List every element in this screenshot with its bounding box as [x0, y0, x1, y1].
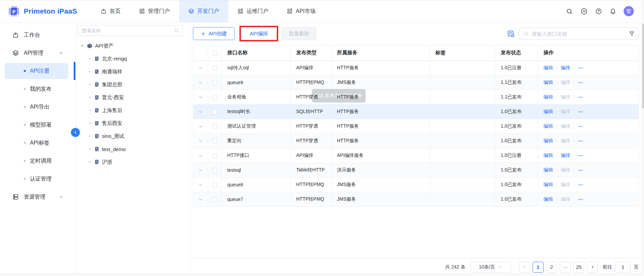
row-expand-icon[interactable] — [198, 95, 203, 100]
tree-search-input[interactable] — [82, 28, 171, 33]
row-expand-icon[interactable] — [198, 182, 203, 187]
triangle-right-icon[interactable] — [88, 109, 92, 112]
tree-node[interactable]: 南通瑞祥 — [76, 65, 190, 78]
orchestrate-link[interactable]: 编排 — [561, 167, 570, 173]
row-expand-icon[interactable] — [198, 66, 203, 71]
more-actions-icon[interactable] — [578, 95, 583, 100]
sidebar-group-resource-management[interactable]: 资源管理 — [0, 189, 76, 205]
edit-link[interactable]: 编辑 — [543, 182, 553, 188]
edit-link[interactable]: 编辑 — [543, 79, 553, 86]
batch-delete-button[interactable]: 批量删除 — [282, 27, 316, 40]
api-orchestrate-button[interactable]: API编排 — [241, 27, 277, 40]
next-page-button[interactable] — [587, 262, 598, 273]
row-checkbox[interactable] — [212, 66, 217, 71]
page-number-button[interactable]: ··· — [560, 262, 571, 273]
row-expand-icon[interactable] — [198, 153, 203, 158]
orchestrate-link[interactable]: 编排 — [561, 94, 570, 100]
orchestrate-link[interactable]: 编排 — [561, 109, 570, 115]
orchestrate-link[interactable]: 编排 — [561, 152, 570, 159]
row-checkbox[interactable] — [212, 182, 217, 187]
edit-link[interactable]: 编辑 — [543, 196, 553, 202]
row-expand-icon[interactable] — [198, 197, 203, 202]
api-search-input[interactable] — [532, 31, 626, 37]
row-checkbox[interactable] — [212, 109, 217, 114]
row-expand-icon[interactable] — [198, 80, 203, 85]
row-expand-icon[interactable] — [198, 109, 203, 114]
nav-item-admin-portal[interactable]: 管理门户 — [130, 0, 179, 22]
tree-node[interactable]: 上海售后 — [76, 104, 190, 117]
tree-node[interactable]: 沪浙 — [76, 155, 190, 168]
orchestrate-link[interactable]: 编排 — [561, 123, 570, 129]
search-icon[interactable] — [566, 8, 573, 15]
row-checkbox[interactable] — [212, 153, 217, 158]
sidebar-item-scheduled-call[interactable]: 定时调用 — [5, 153, 68, 169]
row-checkbox[interactable] — [212, 197, 217, 202]
row-expand-icon[interactable] — [198, 124, 203, 129]
triangle-right-icon[interactable] — [88, 83, 92, 86]
tree-node[interactable]: 集团总部 — [76, 78, 190, 91]
edit-link[interactable]: 编辑 — [543, 109, 553, 115]
triangle-right-icon[interactable] — [88, 57, 92, 60]
select-all-checkbox[interactable] — [212, 51, 217, 56]
page-number-button[interactable]: 1 — [533, 262, 543, 273]
triangle-right-icon[interactable] — [88, 122, 92, 125]
more-actions-icon[interactable] — [578, 168, 583, 173]
more-actions-icon[interactable] — [578, 66, 583, 71]
more-actions-icon[interactable] — [578, 80, 583, 85]
nav-item-ops-portal[interactable]: 运维门户 — [228, 0, 278, 22]
orchestrate-link[interactable]: 编排 — [561, 65, 570, 71]
api-create-button[interactable]: API创建 — [193, 27, 235, 40]
sidebar-item-my-publish[interactable]: 我的发布 — [5, 81, 68, 97]
prev-page-button[interactable] — [519, 262, 530, 273]
ai-assistant-icon[interactable] — [580, 7, 588, 15]
more-actions-icon[interactable] — [578, 182, 583, 187]
tree-node[interactable]: 售后西安 — [76, 117, 190, 130]
edit-link[interactable]: 编辑 — [543, 65, 553, 71]
orchestrate-link[interactable]: 编排 — [561, 196, 570, 202]
row-checkbox[interactable] — [212, 139, 217, 144]
more-actions-icon[interactable] — [578, 139, 583, 144]
row-checkbox[interactable] — [212, 168, 217, 173]
triangle-right-icon[interactable] — [88, 160, 92, 164]
row-checkbox[interactable] — [212, 80, 217, 85]
goto-page-input[interactable] — [615, 262, 631, 273]
sidebar-item-auth-management[interactable]: 认证管理 — [5, 171, 68, 187]
triangle-down-icon[interactable] — [80, 44, 84, 48]
filter-funnel-icon[interactable] — [629, 31, 635, 37]
row-expand-icon[interactable] — [198, 168, 203, 173]
avatar[interactable]: 管 — [624, 6, 634, 16]
edit-link[interactable]: 编辑 — [543, 138, 553, 144]
sidebar-item-api-tags[interactable]: API标签 — [5, 135, 68, 151]
edit-link[interactable]: 编辑 — [543, 94, 553, 100]
page-number-button[interactable]: 2 — [546, 262, 557, 273]
orchestrate-link[interactable]: 编排 — [561, 138, 570, 144]
nav-item-home[interactable]: 首页 — [91, 0, 130, 22]
edit-link[interactable]: 编辑 — [543, 123, 553, 129]
bell-icon[interactable] — [609, 8, 616, 15]
vertical-scrollbar-thumb[interactable] — [642, 24, 644, 109]
card-view-icon[interactable] — [507, 30, 515, 38]
edit-link[interactable]: 编辑 — [543, 152, 553, 159]
more-actions-icon[interactable] — [578, 124, 583, 129]
tree-node[interactable]: test_demo — [76, 143, 190, 155]
triangle-right-icon[interactable] — [88, 147, 92, 151]
nav-item-api-market[interactable]: API市场 — [278, 0, 325, 22]
sidebar-collapse-button[interactable] — [71, 128, 80, 137]
orchestrate-link[interactable]: 编排 — [561, 79, 570, 86]
sidebar-item-workbench[interactable]: 工作台 — [0, 27, 76, 43]
orchestrate-link[interactable]: 编排 — [561, 182, 570, 188]
nav-item-dev-portal[interactable]: 开发门户 — [179, 0, 228, 22]
page-number-button[interactable]: 25 — [573, 262, 584, 273]
sidebar-item-api-register[interactable]: API注册 — [5, 63, 68, 79]
sidebar-item-model-deploy[interactable]: 模型部署 — [5, 117, 68, 133]
help-icon[interactable] — [595, 8, 602, 15]
page-size-select[interactable]: 10条/页 — [471, 262, 511, 273]
sidebar-item-api-export[interactable]: API导出 — [5, 99, 68, 115]
triangle-right-icon[interactable] — [88, 70, 92, 73]
sidebar-group-api-management[interactable]: API管理 — [0, 45, 76, 61]
tree-node[interactable]: sino_测试 — [76, 130, 190, 143]
triangle-right-icon[interactable] — [88, 96, 92, 99]
triangle-right-icon[interactable] — [88, 134, 92, 138]
row-expand-icon[interactable] — [198, 139, 203, 144]
tree-node[interactable]: 北京-rengq — [76, 52, 190, 65]
